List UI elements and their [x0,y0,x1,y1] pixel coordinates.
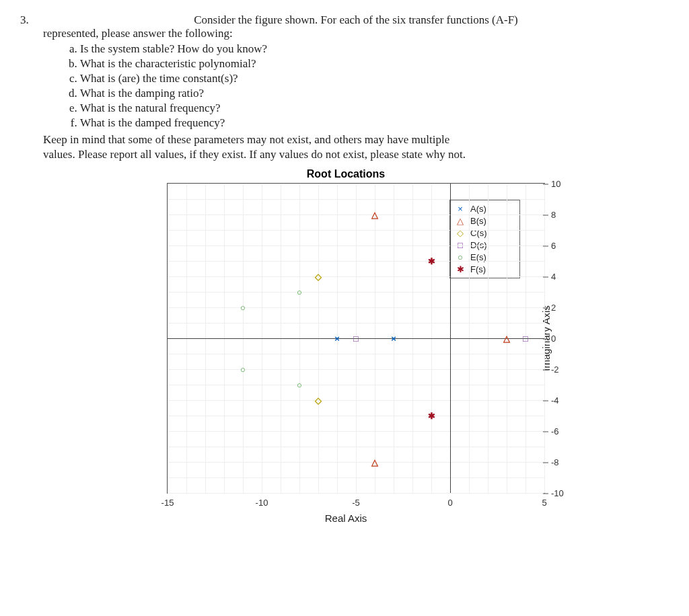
grid-line-h [168,245,544,246]
data-point-as: × [334,334,340,344]
sub-f: What is the damped frequency? [80,116,669,130]
legend-marker-a: × [456,204,465,214]
data-point-as: × [391,334,396,344]
y-tick-label: -2 [551,364,559,375]
plot-area: Imaginary Axis ×A(s) △B(s) ◇C(s) □D(s) ○… [167,183,545,494]
grid-line-h [168,276,544,277]
data-point-bs: △ [371,210,378,220]
chart: Root Locations Imaginary Axis ×A(s) △B(s… [154,168,558,524]
y-tick-label: 0 [551,334,556,344]
grid-line-h [168,292,544,293]
sub-d: What is the damping ratio? [80,86,669,101]
legend-box: ×A(s) △B(s) ◇C(s) □D(s) ○E(s) ✱F(s) [449,200,520,278]
sub-e: What is the natural frequency? [80,101,669,116]
data-point-es: ○ [297,380,302,390]
x-tick-label: -10 [256,498,268,508]
y-tick-label: -10 [551,488,564,498]
problem-number: 3. [20,13,36,27]
grid-line-h [168,354,544,354]
grid-line-h [168,307,544,308]
legend-label-b: B(s) [470,216,486,226]
intro-line-1: Consider the figure shown. For each of t… [43,13,669,27]
legend-label-f: F(s) [470,264,486,274]
y-tick-label: 4 [551,272,556,282]
grid-line-h [168,477,544,478]
data-point-fs: ✱ [428,256,435,266]
y-tick-label: 6 [551,241,556,251]
data-point-es: ○ [240,364,246,375]
x-tick-label: 0 [447,498,452,508]
data-point-ds: □ [523,334,528,344]
sub-c: What is (are) the time constant(s)? [80,71,669,86]
data-point-bs: △ [503,334,510,344]
sub-a: Is the system stable? How do you know? [80,42,669,56]
note-line-1: Keep in mind that some of these paramete… [43,133,669,147]
data-point-bs: △ [371,457,378,467]
legend-marker-b: △ [456,216,465,226]
note-line-2: values. Please report all values, if the… [43,148,669,161]
data-point-cs: ◇ [315,395,322,406]
data-point-es: ○ [297,287,302,297]
legend-marker-d: □ [456,240,465,250]
legend-label-a: A(s) [470,204,486,214]
y-tick-label: -4 [551,395,559,406]
grid-line-h [168,323,544,323]
y-tick-label: -6 [551,426,559,436]
intro-line-2: represented, please answer the following… [43,27,669,40]
grid-line-h [168,199,544,200]
chart-title: Root Locations [134,168,558,180]
sub-question-list: Is the system stable? How do you know? W… [43,42,669,130]
grid-line-h [168,369,544,370]
legend-marker-c: ◇ [456,228,465,238]
data-point-ds: □ [353,334,359,344]
grid-line-h [168,184,544,184]
grid-line-h [168,400,544,401]
grid-line-h [168,462,544,463]
sub-b: What is the characteristic polynomial? [80,56,669,71]
data-point-fs: ✱ [428,411,435,421]
x-axis-label: Real Axis [134,512,558,524]
x-tick-label: -15 [161,498,174,508]
x-tick-label: 5 [542,498,546,508]
grid-line-h [168,416,544,416]
problem-body: Consider the figure shown. For each of t… [43,13,669,524]
problem-block: 3. Consider the figure shown. For each o… [20,13,669,524]
grid-line-h [168,385,544,385]
y-tick-label: 8 [551,210,556,220]
y-tick-label: 10 [551,179,560,189]
grid-line-h [168,261,544,262]
y-tick-label: 2 [551,303,556,313]
y-tick-label: -8 [551,457,559,467]
data-point-cs: ◇ [315,272,322,282]
grid-line-h [168,431,544,432]
legend-label-c: C(s) [470,228,487,238]
grid-line-h [168,493,544,494]
grid-line-h [168,230,544,231]
grid-line-h [168,447,544,447]
x-tick-label: -5 [352,498,360,508]
grid-line-h [168,215,544,215]
data-point-es: ○ [240,303,246,313]
legend-label-d: D(s) [470,240,487,250]
legend-marker-f: ✱ [456,264,465,274]
